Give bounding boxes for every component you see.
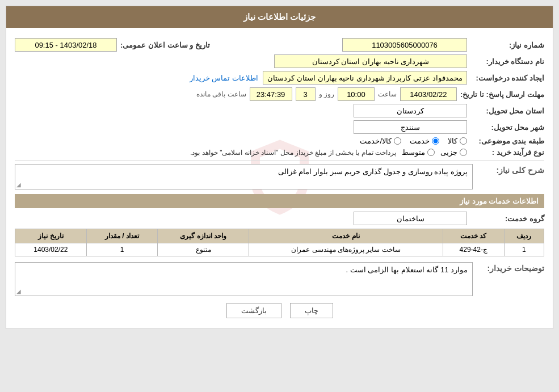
category-label: طبقه بندی موضوعی: xyxy=(470,137,544,145)
time-value: 10:00 xyxy=(338,87,375,101)
resize-handle: ◢ xyxy=(16,182,21,188)
group-value: ساختمان xyxy=(354,212,467,225)
radio-jozi-label: جزیی xyxy=(440,148,457,157)
description-box: پروژه پیاده روسازی و جدول گذاری حریم سبز… xyxy=(15,164,473,189)
city-value: سنندج xyxy=(354,120,467,134)
table-row: 1ج-42-429ساخت سایر پروژه‌های مهندسی عمرا… xyxy=(15,243,544,256)
creator-value: محمدفواد عزتی کاربرداز شهرداری ناحیه بها… xyxy=(263,71,467,85)
radio-khedmat-label: خدمت xyxy=(410,137,430,145)
category-option-kala-khedmat[interactable]: کالا/خدمت xyxy=(360,137,401,145)
radio-kala[interactable] xyxy=(460,137,467,145)
creator-label: ایجاد کننده درخواست: xyxy=(470,74,544,82)
col-code: کد خدمت xyxy=(443,229,504,243)
back-button[interactable]: بازگشت xyxy=(226,303,281,318)
service-table: ردیف کد خدمت نام خدمت واحد اندازه گیری ت… xyxy=(15,229,544,256)
announce-label: تاریخ و ساعت اعلان عمومی: xyxy=(120,41,210,49)
need-number-value: 1103005605000076 xyxy=(342,38,467,52)
day-label: روز و xyxy=(319,90,334,98)
col-row: ردیف xyxy=(504,229,544,243)
col-date: تاریخ نیاز xyxy=(15,229,87,243)
page-header: جزئیات اطلاعات نیاز xyxy=(6,6,553,28)
col-unit: واحد اندازه گیری xyxy=(158,229,249,243)
table-cell-quantity: 1 xyxy=(86,243,158,256)
table-cell-unit: متنوع xyxy=(158,243,249,256)
table-cell-date: 1403/02/22 xyxy=(15,243,87,256)
org-name-label: نام دستگاه خریدار: xyxy=(470,57,544,66)
radio-kala-khedmat[interactable] xyxy=(394,137,401,145)
time-label: ساعت xyxy=(378,90,397,98)
remaining-value: 23:47:39 xyxy=(250,87,292,101)
city-label: شهر محل تحویل: xyxy=(470,123,544,132)
table-cell-code: ج-42-429 xyxy=(443,243,504,256)
services-section-title: اطلاعات خدمات مورد نیاز xyxy=(15,194,544,208)
province-label: استان محل تحویل: xyxy=(470,107,544,115)
notes-value: موارد 11 گانه استعلام بها الزامی است . xyxy=(346,265,468,274)
table-cell-row: 1 xyxy=(504,243,544,256)
process-option-jozi[interactable]: جزیی xyxy=(440,148,467,157)
announce-value: 1403/02/18 - 09:15 xyxy=(15,38,117,52)
category-radio-group: کالا خدمت کالا/خدمت xyxy=(360,137,467,145)
bottom-buttons: چاپ بازگشت xyxy=(15,303,544,318)
radio-jozi[interactable] xyxy=(460,149,467,156)
radio-kala-khedmat-label: کالا/خدمت xyxy=(360,137,392,145)
category-option-kala[interactable]: کالا xyxy=(448,137,467,145)
date-value: 1403/02/22 xyxy=(400,87,457,101)
radio-motavasset-label: متوسط xyxy=(402,148,425,157)
category-option-khedmat[interactable]: خدمت xyxy=(410,137,439,145)
province-value: کردستان xyxy=(354,104,467,117)
radio-motavasset[interactable] xyxy=(427,149,435,156)
process-option-motavasset[interactable]: متوسط xyxy=(402,148,435,157)
description-value: پروژه پیاده روسازی و جدول گذاری حریم سبز… xyxy=(278,167,468,176)
col-name: نام خدمت xyxy=(249,229,443,243)
org-name-value: شهرداری ناحیه بهاران استان کردستان xyxy=(274,54,467,68)
notes-resize-handle: ◢ xyxy=(16,288,21,294)
date-label: مهلت ارسال پاسخ: تا تاریخ: xyxy=(460,90,544,99)
remaining-label: ساعت باقی مانده xyxy=(196,90,246,98)
process-label: نوع فرآیند خرید : xyxy=(470,148,544,157)
description-label: شرح کلی نیاز: xyxy=(476,164,544,175)
process-note: پرداخت تمام یا بخشی از مبلغ خریداز محل "… xyxy=(190,149,396,157)
radio-kala-label: کالا xyxy=(448,137,457,145)
notes-box: موارد 11 گانه استعلام بها الزامی است . ◢ xyxy=(15,262,473,296)
day-value: 3 xyxy=(296,87,316,101)
col-qty: تعداد / مقدار xyxy=(86,229,158,243)
need-number-label: شماره نیاز: xyxy=(470,41,544,49)
contact-link[interactable]: اطلاعات تماس خریدار xyxy=(190,74,258,82)
table-cell-name: ساخت سایر پروژه‌های مهندسی عمران xyxy=(249,243,443,256)
group-label: گروه خدمت: xyxy=(470,214,544,223)
print-button[interactable]: چاپ xyxy=(290,303,333,318)
page-title: جزئیات اطلاعات نیاز xyxy=(243,12,316,22)
radio-khedmat[interactable] xyxy=(432,137,439,145)
notes-label: توضیحات خریدار: xyxy=(476,262,544,273)
